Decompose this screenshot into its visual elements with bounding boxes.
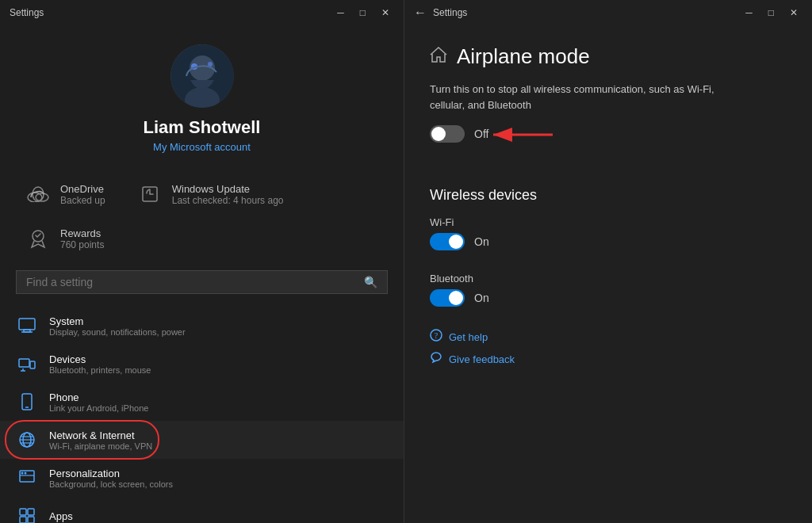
left-minimize-button[interactable]: ─ xyxy=(332,6,349,20)
rewards-icon xyxy=(25,226,51,251)
windows-update-icon xyxy=(137,181,163,207)
left-title-controls: ─ □ ✕ xyxy=(332,6,394,20)
wifi-label: On xyxy=(474,235,489,248)
bluetooth-name: Bluetooth xyxy=(430,273,787,284)
user-name: Liam Shotwell xyxy=(144,117,261,138)
airplane-description: Turn this on to stop all wireless commun… xyxy=(430,82,747,113)
wifi-toggle[interactable] xyxy=(430,233,465,250)
bluetooth-toggle[interactable] xyxy=(430,289,465,307)
onedrive-text: OneDrive Backed up xyxy=(60,183,105,206)
system-subtitle: Display, sound, notifications, power xyxy=(49,327,186,337)
system-title: System xyxy=(49,315,186,327)
personalization-icon xyxy=(16,467,38,489)
right-minimize-button[interactable]: ─ xyxy=(741,6,757,20)
right-title-controls: ─ □ ✕ xyxy=(741,6,802,20)
svg-rect-13 xyxy=(19,359,29,367)
rewards-row: Rewards 760 points xyxy=(0,220,404,264)
phone-subtitle: Link your Android, iPhone xyxy=(49,403,148,413)
bluetooth-toggle-row: On xyxy=(430,289,787,307)
onedrive-title: OneDrive xyxy=(60,183,105,195)
airplane-toggle-container: Off xyxy=(430,125,488,165)
apps-title: Apps xyxy=(49,510,73,522)
get-help-link[interactable]: Get help xyxy=(449,331,488,343)
page-title-row: Airplane mode xyxy=(430,44,787,69)
devices-text: Devices Bluetooth, printers, mouse xyxy=(49,353,151,375)
personalization-subtitle: Background, lock screen, colors xyxy=(49,479,173,489)
get-help-icon: ? xyxy=(430,329,442,345)
avatar xyxy=(170,44,234,108)
rewards-subtitle: 760 points xyxy=(60,239,104,250)
rewards-title: Rewards xyxy=(60,227,104,239)
sidebar-item-phone[interactable]: Phone Link your Android, iPhone xyxy=(0,383,404,421)
right-content: Airplane mode Turn this on to stop all w… xyxy=(404,25,812,523)
onedrive-icon xyxy=(25,181,51,207)
devices-subtitle: Bluetooth, printers, mouse xyxy=(49,365,151,375)
system-icon xyxy=(16,315,38,337)
left-title-bar: Settings ─ □ ✕ xyxy=(0,0,404,25)
sidebar-item-apps[interactable]: Apps xyxy=(0,497,404,523)
back-button[interactable]: ← xyxy=(414,6,427,20)
sidebar-item-system[interactable]: System Display, sound, notifications, po… xyxy=(0,307,404,345)
onedrive-item: OneDrive Backed up xyxy=(25,181,105,207)
bluetooth-item: Bluetooth On xyxy=(430,273,787,307)
sidebar-item-devices[interactable]: Devices Bluetooth, printers, mouse xyxy=(0,345,404,383)
airplane-toggle-knob xyxy=(431,127,446,141)
airplane-toggle[interactable] xyxy=(430,125,465,143)
svg-rect-28 xyxy=(20,509,26,515)
network-title: Network & Internet xyxy=(49,429,152,441)
network-icon xyxy=(16,429,38,451)
svg-rect-10 xyxy=(19,319,35,330)
ms-account-link[interactable]: My Microsoft account xyxy=(153,141,251,153)
nav-list: System Display, sound, notifications, po… xyxy=(0,307,404,523)
svg-rect-31 xyxy=(28,517,34,523)
airplane-toggle-label: Off xyxy=(474,128,488,140)
get-help-row[interactable]: ? Get help xyxy=(430,329,787,345)
devices-title: Devices xyxy=(49,353,151,365)
search-icon: 🔍 xyxy=(364,276,377,288)
personalization-text: Personalization Background, lock screen,… xyxy=(49,468,173,489)
give-feedback-row[interactable]: Give feedback xyxy=(430,351,787,367)
network-text: Network & Internet Wi-Fi, airplane mode,… xyxy=(49,429,152,451)
right-settings-panel: ← Settings ─ □ ✕ Airplane mode Turn this… xyxy=(404,0,812,523)
right-close-button[interactable]: ✕ xyxy=(785,6,802,20)
right-maximize-button[interactable]: □ xyxy=(764,6,779,20)
bluetooth-label: On xyxy=(474,292,489,304)
windows-update-subtitle: Last checked: 4 hours ago xyxy=(172,195,284,206)
svg-rect-30 xyxy=(20,517,26,523)
windows-update-title: Windows Update xyxy=(172,183,284,195)
windows-update-text: Windows Update Last checked: 4 hours ago xyxy=(172,183,284,206)
wifi-toggle-row: On xyxy=(430,233,787,250)
search-input[interactable] xyxy=(26,276,364,288)
airplane-toggle-row: Off xyxy=(430,125,488,143)
wifi-name: Wi-Fi xyxy=(430,216,787,228)
bluetooth-toggle-knob xyxy=(449,291,463,305)
search-bar: 🔍 xyxy=(16,270,388,294)
wireless-devices-title: Wireless devices xyxy=(430,187,787,204)
left-title-text: Settings xyxy=(10,7,44,18)
phone-title: Phone xyxy=(49,391,148,403)
give-feedback-link[interactable]: Give feedback xyxy=(449,353,515,365)
sidebar-item-personalization[interactable]: Personalization Background, lock screen,… xyxy=(0,459,404,497)
sidebar-item-network[interactable]: Network & Internet Wi-Fi, airplane mode,… xyxy=(0,421,404,459)
page-title: Airplane mode xyxy=(457,44,590,69)
svg-rect-29 xyxy=(28,509,34,515)
wifi-toggle-knob xyxy=(449,235,463,249)
right-title-label: Settings xyxy=(433,7,467,18)
avatar-image xyxy=(170,44,234,108)
svg-point-27 xyxy=(25,472,27,475)
svg-point-26 xyxy=(21,472,24,475)
apps-text: Apps xyxy=(49,510,73,522)
phone-text: Phone Link your Android, iPhone xyxy=(49,391,148,413)
home-icon xyxy=(430,47,447,67)
svg-text:?: ? xyxy=(435,331,439,340)
apps-icon xyxy=(16,505,38,523)
profile-section: Liam Shotwell My Microsoft account xyxy=(0,25,404,169)
devices-icon xyxy=(16,353,38,375)
left-maximize-button[interactable]: □ xyxy=(355,6,370,20)
left-close-button[interactable]: ✕ xyxy=(377,6,394,20)
left-settings-panel: Settings ─ □ ✕ Liam Shotwell My Mic xyxy=(0,0,404,523)
rewards-text: Rewards 760 points xyxy=(60,227,104,250)
phone-icon xyxy=(16,391,38,413)
personalization-title: Personalization xyxy=(49,468,173,479)
network-subtitle: Wi-Fi, airplane mode, VPN xyxy=(49,441,152,451)
